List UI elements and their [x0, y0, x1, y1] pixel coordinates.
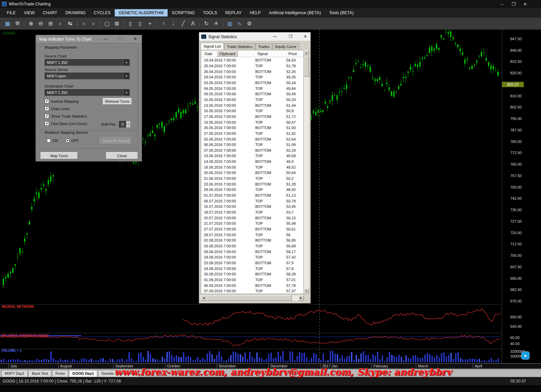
rt-on-radio[interactable]: ON — [47, 139, 58, 143]
fit-width-icon[interactable]: ↹ — [66, 19, 75, 28]
candle-chart-icon[interactable]: ▥ — [225, 19, 234, 28]
tab-equity-curve[interactable]: Equity Curve — [273, 43, 299, 50]
horizontal-scrollbar[interactable]: ◀ ▶ — [201, 295, 304, 301]
table-row[interactable]: 02.08.2016 7:00:00BOTTOM56,85 — [201, 238, 303, 243]
table-row[interactable]: 26.04.2016 7:00:00BOTTOM52,26 — [201, 69, 303, 74]
table-row[interactable]: 13.05.2016 7:00:00BOTTOM51,44 — [201, 102, 303, 108]
menu-item-artificial-intelligence-beta[interactable]: Artificial Intelligence (BETA) — [265, 9, 325, 17]
search-icon[interactable]: ⌕ — [56, 19, 65, 28]
table-row[interactable]: 06.09.2016 7:00:00BOTTOM57,78 — [201, 283, 303, 288]
draw-line-icon[interactable]: ╱ — [179, 19, 188, 28]
vertical-scrollbar[interactable]: ▲ ▼ — [304, 50, 309, 294]
gear-icon[interactable]: ⚙ — [245, 19, 254, 28]
shift-plot-stepper[interactable]: 0 ▲▼ — [119, 121, 131, 128]
clipboard-button[interactable]: Clipboard — [217, 51, 238, 56]
table-row[interactable]: 06.06.2016 7:00:00TOP51,99 — [201, 142, 303, 148]
zoom-window-icon[interactable]: ⊞ — [46, 19, 55, 28]
tab-signal-list[interactable]: Signal List — [201, 43, 224, 50]
map-dialog-titlebar[interactable]: Map Indicator Turns To Chart — [36, 35, 142, 43]
menu-item-chart[interactable]: CHART — [39, 9, 61, 17]
use-open-checkbox[interactable]: ✓ Use Open (not Close) — [45, 121, 87, 126]
fast-forward-icon[interactable]: » — [89, 19, 98, 28]
arrow-down-icon[interactable]: ↓ — [169, 19, 178, 28]
table-row[interactable]: 24.08.2016 7:00:00TOP57,8 — [201, 266, 303, 271]
scroll-up-icon[interactable]: ▲ — [304, 50, 309, 55]
source-series-select[interactable]: MSFT.open ▼ — [45, 73, 130, 79]
select-region-icon[interactable]: ▢ — [102, 19, 112, 28]
menu-item-help[interactable]: HELP — [245, 9, 265, 17]
table-row[interactable]: 07.06.2016 7:00:00BOTTOM52,24 — [201, 148, 303, 153]
table-row[interactable]: 04.05.2016 7:00:00TOP49,84 — [201, 85, 303, 91]
table-row[interactable]: 19.04.2016 7:00:00BOTTOM56,63 — [201, 57, 303, 63]
destination-chart-select[interactable]: MSFT 1 250 ▼ — [45, 89, 130, 96]
fast-back-icon[interactable]: « — [79, 19, 88, 28]
map-close-button[interactable]: ✕ — [132, 36, 139, 41]
scroll-left-icon[interactable]: ◀ — [201, 295, 206, 301]
map-turns-button[interactable]: Map Turns — [41, 152, 78, 159]
show-trade-statistics-checkbox[interactable]: ✓ Show Trade Statistics — [45, 114, 87, 118]
table-row[interactable]: 21.06.2016 7:00:00TOP50,2 — [201, 176, 303, 181]
line-chart-icon[interactable]: ∿ — [235, 19, 244, 28]
tab-trades[interactable]: Trades — [255, 43, 272, 50]
signal-minimize-button[interactable]: — — [271, 34, 279, 39]
table-row[interactable]: 25.04.2016 7:00:00TOP51,78 — [201, 63, 303, 69]
menu-item-file[interactable]: FILE — [3, 9, 20, 17]
step-up-icon[interactable]: ▲ — [126, 121, 131, 124]
table-row[interactable]: 02.06.2016 7:00:00BOTTOM52,64 — [201, 136, 303, 142]
menu-item-drawing[interactable]: DRAWING — [61, 9, 90, 17]
inverse-mapping-checkbox[interactable]: ✓ Inverse Mapping — [45, 99, 78, 103]
table-row[interactable]: 23.06.2016 7:00:00BOTTOM51,28 — [201, 181, 303, 187]
table-row[interactable]: 06.07.2016 7:00:00TOP50,78 — [201, 198, 303, 204]
menu-item-genetic-algorithm[interactable]: GENETIC ALGORITHM — [115, 9, 168, 17]
chevron-down-icon[interactable]: ▼ — [123, 59, 130, 66]
scrollbar-thumb[interactable] — [304, 56, 309, 77]
price-axis[interactable]: 820.22 847.50840.00832.50825.00810.00802… — [502, 30, 541, 363]
table-row[interactable]: 01.07.2016 7:00:00BOTTOM51,13 — [201, 193, 303, 198]
phone-icon[interactable]: ▯ — [136, 19, 145, 28]
tablet-icon[interactable]: ▯ — [126, 19, 135, 28]
map-dialog-close-button[interactable]: Close — [106, 152, 138, 159]
table-row[interactable]: 09.05.2016 7:00:00BOTTOM50,49 — [201, 91, 303, 97]
chevron-down-icon[interactable]: ▼ — [123, 90, 130, 96]
chart-window-icon[interactable]: ▦ — [3, 19, 12, 28]
step-down-icon[interactable]: ▼ — [126, 124, 131, 128]
maximize-button[interactable]: ❐ — [508, 2, 519, 7]
table-row[interactable]: 13.06.2016 7:00:00TOP49,58 — [201, 153, 303, 159]
table-row[interactable]: 27.05.2016 7:00:00TOP51,92 — [201, 131, 303, 137]
clear-region-icon[interactable]: ⊠ — [112, 19, 121, 28]
table-row[interactable]: 29.04.2016 7:00:00TOP49,35 — [201, 74, 303, 80]
table-row[interactable]: 27.07.2016 7:00:00BOTTOM56,61 — [201, 226, 303, 232]
menu-item-view[interactable]: VIEW — [20, 9, 39, 17]
table-row[interactable]: 18.08.2016 7:00:00TOP57,42 — [201, 254, 303, 260]
menu-item-scripting[interactable]: SCRIPTING — [168, 9, 199, 17]
table-row[interactable]: 03.08.2016 7:00:00TOP56,68 — [201, 243, 303, 249]
signal-close-button[interactable]: ✕ — [302, 34, 309, 39]
map-maximize-button[interactable]: ❐ — [117, 36, 124, 41]
wrench-icon[interactable]: ⚒ — [13, 19, 22, 28]
chart-tab-goog-day1[interactable]: GOOG Day1 — [69, 370, 97, 377]
column-header-price[interactable]: Price — [288, 52, 297, 56]
menu-item-replay[interactable]: REPLAY — [221, 9, 245, 17]
show-rt-result-button[interactable]: Show RT Result — [100, 137, 132, 145]
table-row[interactable]: 20.06.2016 7:00:00BOTTOM50,64 — [201, 170, 303, 176]
table-row[interactable]: 16.05.2016 7:00:00TOP50,8 — [201, 108, 303, 114]
menu-item-tools-beta[interactable]: Tools (BETA) — [325, 9, 358, 17]
plus-icon[interactable]: + — [145, 19, 155, 28]
table-row[interactable]: 03.05.2016 7:00:00BOTTOM50,34 — [201, 80, 303, 86]
column-header-date[interactable]: Date — [205, 52, 212, 56]
font-icon[interactable]: A — [188, 19, 197, 28]
signal-maximize-button[interactable]: ❐ — [287, 34, 294, 39]
table-row[interactable]: 28.06.2016 7:00:00TOP48,92 — [201, 187, 303, 193]
table-row[interactable]: 14.06.2016 7:00:00BOTTOM49,9 — [201, 159, 303, 165]
table-row[interactable]: 09.08.2016 7:00:00BOTTOM58,17 — [201, 249, 303, 254]
remove-turns-button[interactable]: Remove Turns — [103, 98, 132, 105]
tab-trade-statistics[interactable]: Trade Statistics — [224, 43, 255, 50]
zoom-out-icon[interactable]: ⊖ — [36, 19, 45, 28]
zoom-in-icon[interactable]: ⊕ — [26, 19, 36, 28]
table-row[interactable]: 07.09.2016 7:00:00TOP57,47 — [201, 288, 303, 294]
scroll-right-icon[interactable]: ▶ — [298, 295, 304, 301]
hscrollbar-thumb[interactable] — [207, 295, 292, 301]
rt-off-radio[interactable]: OFF — [66, 139, 79, 143]
overlay-notification-icon[interactable]: ➤ — [521, 351, 530, 360]
table-row[interactable]: 01.09.2016 7:00:00TOP57,01 — [201, 277, 303, 283]
